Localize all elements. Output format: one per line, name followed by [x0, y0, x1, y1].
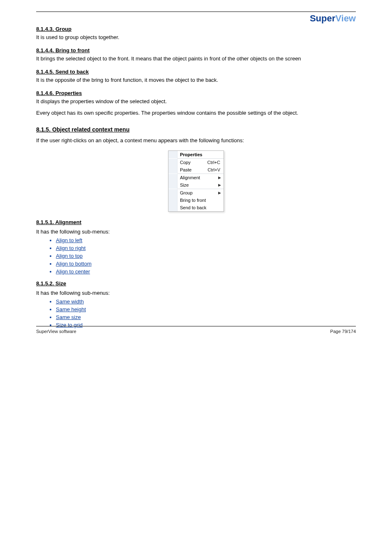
menu-item-paste[interactable]: PasteCtrl+V [168, 166, 224, 173]
section-bring-front-heading: 8.1.4.4. Bring to front [36, 47, 356, 53]
chevron-right-icon: ▶ [218, 183, 224, 187]
menu-item-size[interactable]: Size▶ [168, 181, 224, 189]
link-align-bottom[interactable]: Align to bottom [56, 261, 356, 267]
menu-item-bring-front[interactable]: Bring to front [168, 197, 224, 204]
link-align-top[interactable]: Align to top [56, 253, 356, 259]
link-same-width[interactable]: Same width [56, 298, 356, 305]
menu-item-group[interactable]: Group▶ [168, 189, 224, 197]
context-menu-figure: Properties CopyCtrl+C PasteCtrl+V Alignm… [36, 150, 356, 212]
footer-right: Page 79/174 [330, 329, 356, 334]
section-group-para: It is used to group objects together. [36, 34, 356, 42]
link-align-center[interactable]: Align to center [56, 268, 356, 275]
link-same-height[interactable]: Same height [56, 306, 356, 312]
brand-logo: SuperView [310, 13, 356, 24]
link-align-left[interactable]: Align to left [56, 237, 356, 243]
section-send-back-para: It is the opposite of the bring to front… [36, 76, 356, 84]
menu-item-properties[interactable]: Properties [168, 151, 224, 158]
menu-item-copy[interactable]: CopyCtrl+C [168, 159, 224, 166]
header-rule [36, 12, 356, 12]
section-send-back-heading: 8.1.4.5. Send to back [36, 69, 356, 75]
chevron-right-icon: ▶ [218, 176, 224, 180]
section-contextmenu-para: If the user right-clicks on an object, a… [36, 137, 356, 145]
chevron-right-icon: ▶ [218, 191, 224, 195]
size-list: Same width Same height Same size Size to… [56, 298, 356, 328]
link-same-size[interactable]: Same size [56, 314, 356, 320]
logo-part2: View [335, 13, 356, 23]
section-bring-front-para: It brings the selected object to the fro… [36, 55, 356, 63]
context-menu: Properties CopyCtrl+C PasteCtrl+V Alignm… [168, 150, 224, 212]
footer-left: SuperView software [36, 329, 76, 334]
page-footer: SuperView software Page 79/174 [36, 326, 356, 334]
section-alignment-intro: It has the following sub-menus: [36, 229, 356, 235]
section-properties-para1: It displays the properties window of the… [36, 98, 356, 106]
link-align-right[interactable]: Align to right [56, 245, 356, 251]
alignment-list: Align to left Align to right Align to to… [56, 237, 356, 275]
page-content: 8.1.4.3. Group It is used to group objec… [36, 26, 356, 328]
section-group-heading: 8.1.4.3. Group [36, 26, 356, 32]
section-contextmenu-heading: 8.1.5. Object related context menu [36, 126, 356, 133]
menu-item-send-back[interactable]: Send to back [168, 204, 224, 211]
section-properties-para2: Every object has its own specific proper… [36, 109, 356, 117]
menu-item-alignment[interactable]: Alignment▶ [168, 174, 224, 181]
section-properties-heading: 8.1.4.6. Properties [36, 90, 356, 96]
logo-part1: Super [310, 13, 335, 23]
section-size-heading: 8.1.5.2. Size [36, 280, 356, 287]
section-size-intro: It has the following sub-menus: [36, 290, 356, 296]
section-alignment-heading: 8.1.5.1. Alignment [36, 219, 356, 225]
